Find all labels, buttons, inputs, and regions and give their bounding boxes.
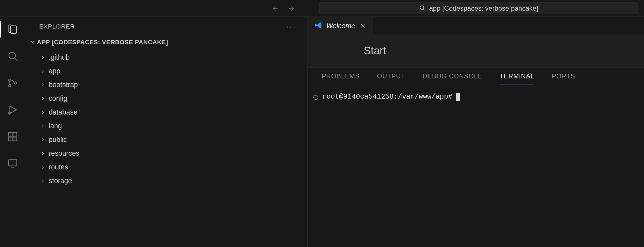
tree-item-label: routes (49, 163, 68, 171)
welcome-start-heading: Start (364, 45, 386, 57)
chevron-right-icon (39, 109, 46, 116)
tree-item-folder[interactable]: routes (25, 160, 307, 174)
tab-close-button[interactable] (359, 22, 366, 29)
terminal-cursor (456, 93, 460, 101)
activity-extensions[interactable] (6, 130, 19, 143)
panel: PROBLEMSOUTPUTDEBUG CONSOLETERMINALPORTS… (308, 68, 644, 247)
svg-line-6 (15, 58, 17, 61)
panel-tab-ports[interactable]: PORTS (552, 73, 575, 82)
panel-tabs: PROBLEMSOUTPUTDEBUG CONSOLETERMINALPORTS (308, 68, 644, 86)
tree-item-label: app (49, 67, 60, 75)
folder-root[interactable]: APP [CODESPACES: VERBOSE PANCAKE] (25, 36, 307, 50)
tree-item-folder[interactable]: database (25, 105, 307, 119)
svg-rect-14 (13, 137, 17, 141)
file-tree: .githubappbootstrapconfigdatabaselangpub… (25, 50, 307, 188)
chevron-right-icon (39, 95, 46, 102)
chevron-right-icon (39, 164, 46, 171)
tree-item-folder[interactable]: storage (25, 174, 307, 188)
chevron-right-icon (39, 67, 46, 75)
tree-item-label: bootstrap (49, 81, 78, 89)
tree-item-label: lang (49, 122, 62, 130)
chevron-down-icon (29, 39, 35, 46)
svg-point-11 (8, 112, 10, 114)
chevron-right-icon (39, 54, 46, 61)
editor-tabs: Welcome (308, 17, 644, 34)
tree-item-label: public (49, 136, 67, 144)
panel-tab-debug-console[interactable]: DEBUG CONSOLE (422, 73, 482, 82)
chevron-right-icon (39, 150, 46, 157)
tree-item-folder[interactable]: resources (25, 146, 307, 160)
svg-rect-13 (8, 137, 12, 141)
tree-item-folder[interactable]: public (25, 133, 307, 146)
activity-explorer[interactable] (6, 22, 19, 36)
command-center-text: app [Codespaces: verbose pancake] (429, 4, 538, 12)
sidebar: EXPLORER ··· APP [CODESPACES: VERBOSE PA… (25, 17, 308, 247)
tree-item-label: resources (49, 149, 79, 157)
svg-line-3 (423, 9, 424, 10)
activity-remote-explorer[interactable] (6, 157, 19, 170)
chevron-right-icon (39, 81, 46, 88)
terminal-prompt: root@9140ca541258:/var/www/app# (322, 93, 452, 101)
nav-forward-button[interactable] (288, 4, 295, 12)
panel-tab-problems[interactable]: PROBLEMS (322, 73, 360, 82)
nav-arrows (271, 4, 295, 12)
command-center-search[interactable]: app [Codespaces: verbose pancake] (319, 3, 638, 14)
panel-tab-terminal[interactable]: TERMINAL (500, 73, 534, 82)
vscode-icon (314, 21, 322, 30)
tab-label: Welcome (326, 22, 355, 30)
terminal-status-icon (313, 95, 318, 100)
tree-item-folder[interactable]: config (25, 92, 307, 105)
tree-item-label: storage (49, 177, 72, 185)
editor-area: Welcome Start PROBLEMSOUTPUTDEBUG CONSOL… (308, 17, 644, 247)
activity-search[interactable] (6, 49, 19, 63)
chevron-right-icon (39, 136, 46, 143)
activity-source-control[interactable] (6, 76, 19, 90)
sidebar-header: EXPLORER ··· (25, 17, 307, 36)
welcome-section: Start (308, 34, 644, 68)
svg-rect-15 (13, 132, 17, 136)
titlebar: app [Codespaces: verbose pancake] (0, 0, 644, 17)
tree-item-folder[interactable]: bootstrap (25, 78, 307, 92)
search-icon (419, 5, 425, 12)
svg-rect-4 (11, 26, 16, 33)
tree-item-folder[interactable]: app (25, 64, 307, 78)
svg-marker-10 (10, 106, 16, 114)
tree-item-label: config (49, 94, 67, 102)
tree-item-label: database (49, 108, 77, 116)
sidebar-more-button[interactable]: ··· (286, 22, 296, 31)
tree-item-label: .github (49, 53, 70, 61)
tree-item-folder[interactable]: .github (25, 50, 307, 64)
svg-point-5 (9, 52, 15, 59)
tab-welcome[interactable]: Welcome (308, 17, 373, 34)
chevron-right-icon (39, 177, 46, 185)
svg-point-9 (14, 82, 16, 84)
chevron-right-icon (39, 122, 46, 130)
tree-item-folder[interactable]: lang (25, 119, 307, 133)
folder-root-label: APP [CODESPACES: VERBOSE PANCAKE] (37, 39, 168, 46)
terminal[interactable]: root@9140ca541258:/var/www/app# (308, 86, 644, 247)
activity-bar (0, 17, 25, 247)
nav-back-button[interactable] (271, 4, 279, 12)
sidebar-title: EXPLORER (39, 23, 75, 30)
svg-rect-16 (8, 160, 17, 166)
terminal-line: root@9140ca541258:/var/www/app# (322, 93, 460, 101)
activity-run-debug[interactable] (6, 103, 19, 116)
svg-rect-12 (8, 132, 12, 136)
panel-tab-output[interactable]: OUTPUT (377, 73, 405, 82)
